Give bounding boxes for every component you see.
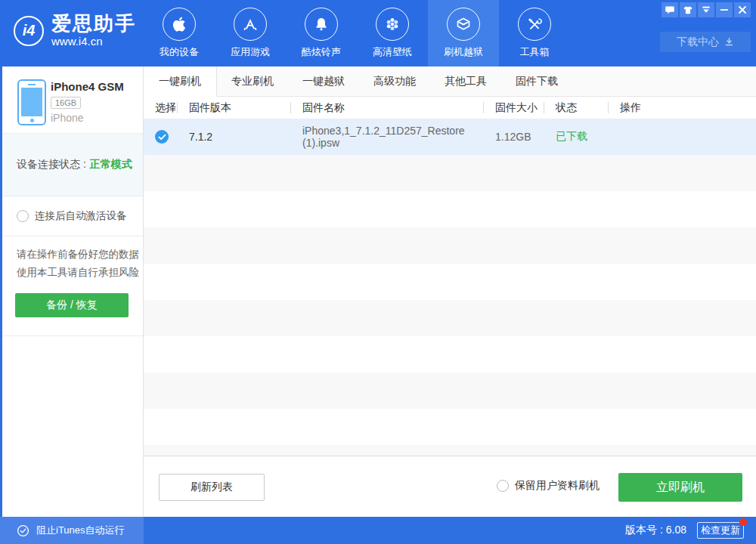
col-header-filename: 固件名称 [291, 97, 484, 119]
device-info-panel: iPhone4 GSM 16GB iPhone [2, 66, 143, 134]
keep-user-data-label: 保留用户资料刷机 [515, 479, 600, 493]
tools-icon [526, 16, 543, 32]
tab-pro-flash[interactable]: 专业刷机 [217, 66, 288, 97]
warning-line-1: 请在操作前备份好您的数据 [17, 246, 143, 264]
app-logo: i4 爱思助手 www.i4.cn [14, 14, 136, 48]
close-button[interactable] [734, 2, 751, 17]
minimize-icon [720, 5, 729, 14]
nav-item-wallpapers[interactable]: 高清壁纸 [357, 0, 428, 66]
col-header-size: 固件大小 [484, 97, 544, 119]
nav-label: 应用游戏 [231, 45, 270, 59]
nav-item-my-devices[interactable]: 我的设备 [144, 0, 215, 66]
device-capacity-badge: 16GB [51, 97, 81, 109]
tshirt-icon [683, 5, 693, 15]
nav-item-toolbox[interactable]: 工具箱 [499, 0, 570, 66]
cell-firmware-filename: iPhone3,1_7.1.2_11D257_Restore (1).ipsw [291, 119, 484, 155]
nav-label: 刷机越狱 [444, 45, 483, 59]
col-header-status: 状态 [544, 97, 609, 119]
minimize-button[interactable] [716, 2, 733, 17]
table-header: 选择 固件版本 固件名称 固件大小 状态 操作 [144, 97, 756, 119]
cell-firmware-version: 7.1.2 [178, 119, 291, 155]
backup-restore-button[interactable]: 备份 / 恢复 [15, 293, 129, 317]
bottom-action-bar: 刷新列表 保留用户资料刷机 立即刷机 [144, 456, 756, 517]
cell-firmware-actions [609, 119, 756, 155]
nav-label: 酷炫铃声 [302, 45, 341, 59]
tab-one-key-flash[interactable]: 一键刷机 [144, 66, 217, 97]
open-box-icon [454, 15, 472, 33]
wallpaper-flower-icon [383, 15, 401, 33]
download-icon [724, 37, 734, 47]
connection-status-panel: 设备连接状态 : 正常模式 [2, 134, 143, 196]
bell-icon [313, 16, 330, 32]
cell-firmware-status: 已下载 [544, 119, 609, 155]
nav-label: 工具箱 [520, 45, 550, 59]
nav-item-apps-games[interactable]: 应用游戏 [215, 0, 286, 66]
firmware-table-row[interactable]: 7.1.2 iPhone3,1_7.1.2_11D257_Restore (1)… [144, 119, 756, 155]
status-bar: 阻止iTunes自动运行 版本号 : 6.08 检查更新 [0, 517, 756, 544]
keep-user-data-row: 保留用户资料刷机 [497, 479, 600, 493]
flash-now-button[interactable]: 立即刷机 [618, 473, 742, 502]
tab-advanced[interactable]: 高级功能 [359, 66, 430, 97]
collapse-button[interactable] [698, 2, 714, 17]
app-window: i4 爱思助手 www.i4.cn 我的设备 应用游戏 [0, 0, 756, 544]
download-center-button[interactable]: 下载中心 [660, 32, 751, 52]
col-header-actions: 操作 [609, 97, 756, 119]
nav-item-ringtones[interactable]: 酷炫铃声 [286, 0, 357, 66]
nav-label: 高清壁纸 [373, 45, 412, 59]
top-header: i4 爱思助手 www.i4.cn 我的设备 应用游戏 [0, 0, 756, 66]
auto-activate-label: 连接后自动激活设备 [35, 209, 127, 223]
skin-button[interactable] [680, 2, 696, 17]
app-website: www.i4.cn [51, 36, 136, 48]
connection-status-label: 设备连接状态 : [17, 158, 86, 172]
device-name: iPhone4 GSM [51, 80, 124, 93]
sidebar: iPhone4 GSM 16GB iPhone 设备连接状态 : 正常模式 连接… [0, 66, 144, 517]
device-model: iPhone [51, 112, 124, 124]
appstore-icon [241, 15, 259, 33]
connection-status-value: 正常模式 [90, 158, 132, 172]
auto-activate-radio[interactable] [17, 210, 29, 222]
empty-table-rows [144, 155, 756, 456]
col-header-select: 选择 [144, 97, 178, 119]
app-title: 爱思助手 [51, 14, 136, 34]
main-nav: 我的设备 应用游戏 酷炫铃声 高清壁纸 [144, 0, 570, 66]
keep-user-data-radio[interactable] [497, 480, 509, 492]
block-itunes-label: 阻止iTunes自动运行 [36, 524, 125, 537]
tab-other-tools[interactable]: 其他工具 [430, 66, 501, 97]
col-header-version: 固件版本 [178, 97, 291, 119]
download-center-label: 下载中心 [677, 36, 719, 49]
version-text: 版本号 : 6.08 [625, 517, 686, 544]
refresh-list-button[interactable]: 刷新列表 [159, 474, 265, 501]
backup-panel: 请在操作前备份好您的数据 使用本工具请自行承担风险 备份 / 恢复 [2, 236, 143, 336]
feedback-button[interactable] [662, 2, 678, 17]
block-itunes-toggle[interactable]: 阻止iTunes自动运行 [0, 517, 144, 544]
speech-bubble-icon [665, 5, 675, 15]
apple-icon [171, 16, 187, 32]
nav-label: 我的设备 [160, 45, 199, 59]
auto-activate-row: 连接后自动激活设备 [2, 196, 143, 236]
window-controls [662, 2, 751, 17]
tab-one-key-jailbreak[interactable]: 一键越狱 [288, 66, 359, 97]
tab-firmware-download[interactable]: 固件下载 [501, 66, 572, 97]
logo-i4-icon: i4 [14, 16, 44, 46]
iphone-icon [17, 79, 46, 125]
collapse-down-icon [701, 5, 711, 14]
update-notification-dot [739, 518, 747, 526]
cell-firmware-size: 1.12GB [484, 119, 544, 155]
main-content: 一键刷机 专业刷机 一键越狱 高级功能 其他工具 固件下载 选择 固件版本 固件… [144, 66, 756, 517]
warning-line-2: 使用本工具请自行承担风险 [17, 264, 143, 282]
close-icon [738, 5, 747, 14]
nav-item-flash-jailbreak[interactable]: 刷机越狱 [428, 0, 499, 66]
check-update-button[interactable]: 检查更新 [697, 522, 744, 539]
check-circle-icon [17, 524, 29, 537]
tab-bar: 一键刷机 专业刷机 一键越狱 高级功能 其他工具 固件下载 [144, 66, 756, 97]
row-checkbox-checked[interactable] [155, 130, 169, 144]
